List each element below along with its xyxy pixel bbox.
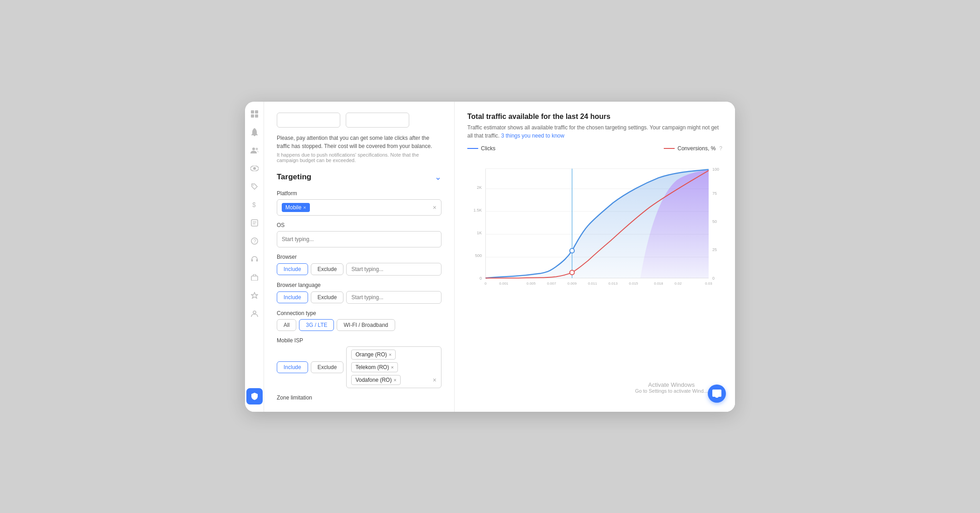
sidebar-icon-tag[interactable] [250,182,260,192]
svg-text:50: 50 [712,219,717,223]
browser-language-exclude-button[interactable]: Exclude [311,291,344,303]
budget-input-1[interactable]: 1000000 [277,113,340,128]
svg-text:0: 0 [485,281,487,286]
svg-text:0: 0 [480,276,482,281]
svg-rect-15 [251,259,253,261]
svg-text:0.018: 0.018 [654,281,663,286]
sidebar-icon-dashboard[interactable] [250,109,260,119]
svg-text:?: ? [253,238,256,244]
os-section: OS [277,222,441,247]
activate-windows-watermark: Activate Windows Go to Settings to activ… [635,381,708,394]
legend-conversions-help-icon[interactable]: ? [719,145,722,152]
mobile-isp-clear-button[interactable]: × [433,376,436,384]
svg-text:0.03: 0.03 [705,281,712,286]
sidebar-icon-dollar[interactable]: $ [250,200,260,210]
mobile-isp-include-exclude-row: Include Exclude Orange (RO) × Telekom (R… [277,346,441,388]
sidebar-icon-briefcase[interactable] [250,272,260,282]
sidebar-icon-users[interactable] [250,145,260,155]
svg-text:100: 100 [712,167,719,171]
browser-language-input[interactable] [346,291,441,304]
traffic-chart-svg: 0 500 1K 1.5K 2K 0 25 50 [467,155,722,301]
svg-text:1.5K: 1.5K [474,207,482,212]
zone-limitation-label: Zone limitation [277,395,441,401]
sidebar-icon-reports[interactable] [250,218,260,228]
connection-3g-button[interactable]: 3G / LTE [299,319,334,331]
browser-label: Browser [277,254,441,260]
browser-include-exclude-row: Include Exclude [277,263,441,276]
platform-field-box[interactable]: Mobile × × [277,199,441,216]
svg-text:500: 500 [475,253,482,258]
platform-tag-mobile-remove[interactable]: × [303,205,306,210]
connection-type-buttons: All 3G / LTE WI-FI / Broadband [277,319,441,331]
conversions-indicator-dot [570,270,574,275]
browser-section: Browser Include Exclude [277,254,441,276]
svg-text:0: 0 [712,276,715,281]
mobile-isp-include-button[interactable]: Include [277,361,308,373]
notice-sub-text: It happens due to push notifications' sp… [277,152,441,163]
sidebar-icon-star[interactable] [250,291,260,301]
svg-text:0.02: 0.02 [675,281,682,286]
platform-clear-button[interactable]: × [433,204,436,211]
mobile-isp-tag-telekom-remove[interactable]: × [391,365,393,370]
svg-text:75: 75 [712,191,717,195]
svg-text:0.015: 0.015 [629,281,638,286]
mobile-isp-label: Mobile ISP [277,337,441,344]
browser-input[interactable] [346,263,441,276]
chart-desc-link[interactable]: 3 things you need to know [501,133,564,139]
svg-text:0.011: 0.011 [588,281,598,286]
legend-clicks-line [467,148,478,149]
sidebar-icon-help[interactable]: ? [250,236,260,246]
svg-point-4 [252,148,255,150]
legend-conversions-label: Conversions, % [677,145,715,152]
svg-rect-17 [251,276,258,281]
svg-text:0.009: 0.009 [568,281,577,286]
chat-button[interactable] [708,385,726,403]
svg-rect-16 [256,259,258,261]
mobile-isp-tag-vodafone-text: Vodafone (RO) [355,377,392,383]
targeting-collapse-button[interactable]: ⌄ [435,172,441,182]
sidebar-icon-eye[interactable] [250,163,260,173]
os-input[interactable] [282,236,436,242]
chart-title: Total traffic available for the last 24 … [467,113,722,121]
platform-section: Platform Mobile × × [277,190,441,216]
budget-row: 1000000 1000000 [277,113,441,128]
browser-exclude-button[interactable]: Exclude [311,263,344,275]
connection-type-label: Connection type [277,310,441,316]
svg-rect-0 [251,110,254,113]
mobile-isp-tag-telekom-text: Telekom (RO) [355,364,389,370]
mobile-isp-tag-vodafone-remove[interactable]: × [393,377,396,383]
legend-clicks: Clicks [467,145,495,152]
browser-language-include-button[interactable]: Include [277,291,308,303]
notice-main-text: Please, pay attention that you can get s… [277,134,441,150]
mobile-isp-tag-orange-text: Orange (RO) [355,351,387,358]
svg-point-5 [255,148,258,150]
svg-text:25: 25 [712,247,717,252]
mobile-isp-section: Mobile ISP Include Exclude Orange (RO) ×… [277,337,441,388]
svg-text:0.007: 0.007 [547,281,557,286]
mobile-isp-tag-orange-remove[interactable]: × [389,352,392,357]
connection-wifi-button[interactable]: WI-FI / Broadband [337,319,395,331]
budget-input-2[interactable]: 1000000 [346,113,409,128]
sidebar-icon-headset[interactable] [250,254,260,264]
svg-text:0.013: 0.013 [608,281,618,286]
targeting-header: Targeting ⌄ [277,172,441,182]
svg-rect-1 [255,110,258,113]
legend-clicks-label: Clicks [481,145,495,152]
activate-windows-title: Activate Windows [635,381,708,388]
browser-include-button[interactable]: Include [277,263,308,275]
sidebar-icon-profile[interactable] [250,309,260,319]
sidebar-shield-icon[interactable] [246,388,263,404]
legend-conversions-line [664,148,675,149]
sidebar-icon-notifications[interactable] [250,127,260,137]
left-panel: 1000000 1000000 Please, pay attention th… [264,102,455,412]
mobile-isp-exclude-button[interactable]: Exclude [311,361,344,373]
svg-rect-2 [251,114,254,118]
mobile-isp-field-box[interactable]: Orange (RO) × Telekom (RO) × Vodafone (R… [346,346,441,388]
mobile-isp-tag-vodafone: Vodafone (RO) × [351,375,400,385]
connection-all-button[interactable]: All [277,319,296,331]
svg-text:0.005: 0.005 [526,281,536,286]
browser-language-section: Browser language Include Exclude [277,282,441,304]
chart-area: 0 500 1K 1.5K 2K 0 25 50 [467,155,722,401]
svg-rect-10 [251,220,258,226]
os-field-box[interactable] [277,231,441,247]
